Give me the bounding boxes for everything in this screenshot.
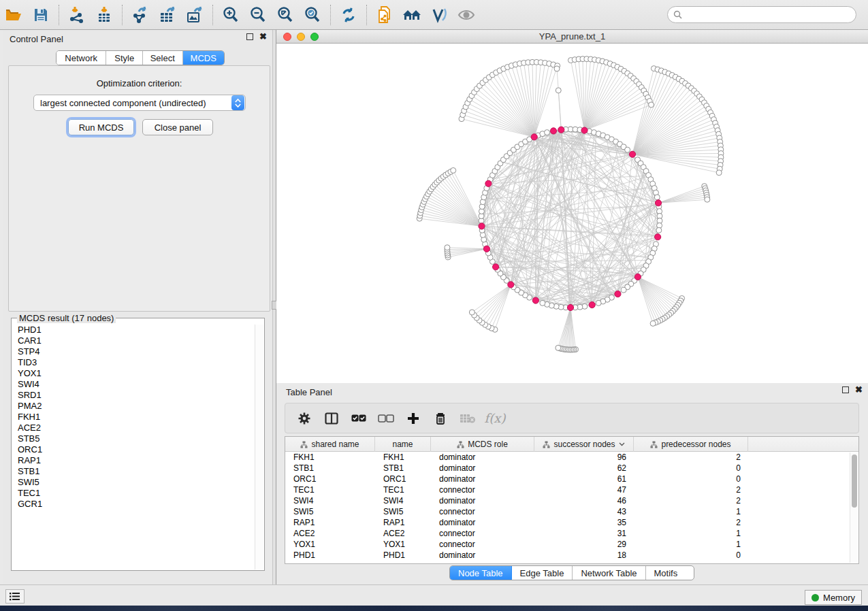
zoom-selected-button[interactable]: [299, 3, 326, 27]
list-item[interactable]: STB5: [12, 433, 255, 444]
run-mcds-button[interactable]: Run MCDS: [68, 119, 134, 135]
control-panel: Control Panel ✖ Network Style Select MCD…: [3, 30, 272, 584]
export-image-button[interactable]: [181, 3, 208, 27]
eye-button[interactable]: [453, 3, 480, 27]
network-graph: [276, 44, 868, 383]
table-row[interactable]: STB1STB1dominator620: [285, 463, 858, 474]
table-row[interactable]: YOX1YOX1connector291: [285, 539, 858, 550]
table-settings-button[interactable]: [292, 407, 317, 430]
zoom-in-button[interactable]: [217, 3, 244, 27]
list-item[interactable]: TID3: [12, 357, 255, 368]
save-session-button[interactable]: [27, 3, 54, 27]
visibility-toggle-button[interactable]: [425, 3, 453, 27]
network-view-canvas[interactable]: [276, 44, 868, 383]
add-column-button[interactable]: [401, 407, 425, 430]
table-row[interactable]: ORC1ORC1dominator610: [285, 474, 858, 484]
table-panel-header: Table Panel ✖: [276, 383, 868, 401]
list-item[interactable]: RAP1: [12, 455, 255, 466]
table-row[interactable]: RAP1RAP1dominator352: [285, 517, 858, 528]
list-item[interactable]: SWI5: [12, 477, 255, 488]
application-window: Control Panel ✖ Network Style Select MCD…: [0, 0, 868, 611]
column-header-successor-nodes[interactable]: successor nodes: [534, 437, 634, 452]
tab-node-table[interactable]: Node Table: [450, 566, 512, 580]
tab-network-table[interactable]: Network Table: [573, 566, 645, 580]
mcds-result-list: PHD1 CAR1 STP4 TID3 YOX1 SWI4 SRD1 PMA2 …: [12, 325, 255, 569]
houses-button[interactable]: [398, 3, 425, 27]
list-item[interactable]: ACE2: [12, 423, 255, 433]
table-row[interactable]: PHD1PHD1dominator180: [285, 550, 858, 561]
function-builder-button[interactable]: f(x): [483, 407, 507, 430]
tab-edge-table[interactable]: Edge Table: [512, 566, 573, 580]
toolbar-separator: [330, 5, 331, 25]
import-table-button[interactable]: [91, 3, 118, 27]
duplicate-network-icon: [376, 5, 393, 24]
optimization-criterion-select[interactable]: largest connected component (undirected): [33, 95, 246, 111]
table-row[interactable]: TEC1TEC1connector472: [285, 484, 858, 495]
refresh-layout-button[interactable]: [335, 3, 362, 27]
search-icon: [673, 10, 683, 20]
list-item[interactable]: STP4: [12, 346, 255, 357]
tab-select[interactable]: Select: [143, 51, 183, 65]
list-item[interactable]: SWI4: [12, 379, 255, 390]
column-header-name[interactable]: name: [375, 437, 431, 452]
tab-style[interactable]: Style: [106, 51, 143, 65]
deselect-all-button[interactable]: [374, 407, 398, 430]
list-item[interactable]: PHD1: [12, 325, 255, 335]
search-input[interactable]: [683, 8, 856, 22]
list-item[interactable]: PMA2: [12, 401, 255, 412]
delete-table-button[interactable]: [455, 407, 480, 430]
column-header-shared-name[interactable]: shared name: [285, 437, 375, 452]
list-item[interactable]: SRD1: [12, 390, 255, 401]
export-table-button[interactable]: [154, 3, 181, 27]
search-box: [667, 6, 856, 23]
tab-network[interactable]: Network: [57, 51, 106, 65]
hierarchy-icon: [457, 441, 464, 448]
float-panel-icon[interactable]: [842, 386, 849, 393]
export-network-button[interactable]: [127, 3, 154, 27]
close-panel-button[interactable]: Close panel: [142, 119, 213, 135]
network-window-title: YPA_prune.txt_1: [276, 31, 868, 42]
column-header-mcds-role[interactable]: MCDS role: [431, 437, 534, 452]
plus-icon: [406, 412, 420, 425]
show-log-button[interactable]: [5, 589, 25, 604]
table-row[interactable]: FKH1FKH1dominator962: [285, 452, 858, 463]
select-all-icon: [351, 414, 366, 422]
list-item[interactable]: FKH1: [12, 412, 255, 423]
mcds-result-box: MCDS result (17 nodes) PHD1 CAR1 STP4 TI…: [11, 318, 265, 571]
close-panel-icon[interactable]: ✖: [259, 33, 267, 40]
select-stepper-icon: [231, 95, 244, 110]
table-row[interactable]: SWI5SWI5connector431: [285, 506, 858, 517]
column-header-predecessor-nodes[interactable]: predecessor nodes: [634, 437, 748, 452]
import-network-button[interactable]: [63, 3, 91, 27]
float-panel-icon[interactable]: [246, 33, 253, 40]
optimization-criterion-label: Optimization criterion:: [9, 78, 270, 88]
tab-mcds[interactable]: MCDS: [183, 51, 225, 65]
list-item[interactable]: TEC1: [12, 488, 255, 499]
duplicate-network-button[interactable]: [371, 3, 398, 27]
columns-icon: [325, 412, 338, 425]
table-row[interactable]: SWI4SWI4dominator462: [285, 495, 858, 506]
close-panel-icon[interactable]: ✖: [855, 386, 863, 393]
zoom-out-button[interactable]: [244, 3, 272, 27]
scrollbar-thumb[interactable]: [852, 455, 857, 508]
select-all-button[interactable]: [347, 407, 371, 430]
table-toolbar: f(x): [285, 403, 859, 433]
table-row[interactable]: ACE2ACE2connector311: [285, 528, 858, 539]
open-session-button[interactable]: [0, 3, 27, 27]
list-item[interactable]: ORC1: [12, 444, 255, 455]
list-item[interactable]: CAR1: [12, 335, 255, 346]
list-scrollbar[interactable]: [255, 325, 263, 569]
mcds-result-title: MCDS result (17 nodes): [17, 313, 116, 323]
tab-motifs[interactable]: Motifs: [646, 566, 686, 580]
list-item[interactable]: GCR1: [12, 499, 255, 510]
memory-button[interactable]: Memory: [805, 590, 862, 605]
delete-column-button[interactable]: [428, 407, 453, 430]
zoom-fit-button[interactable]: [272, 3, 299, 27]
houses-icon: [402, 7, 422, 23]
network-window-titlebar[interactable]: YPA_prune.txt_1: [276, 30, 868, 44]
list-item[interactable]: YOX1: [12, 368, 255, 379]
table-scrollbar[interactable]: [850, 452, 858, 563]
list-item[interactable]: STB1: [12, 466, 255, 477]
control-panel-title: Control Panel: [3, 34, 63, 44]
show-columns-button[interactable]: [319, 407, 344, 430]
